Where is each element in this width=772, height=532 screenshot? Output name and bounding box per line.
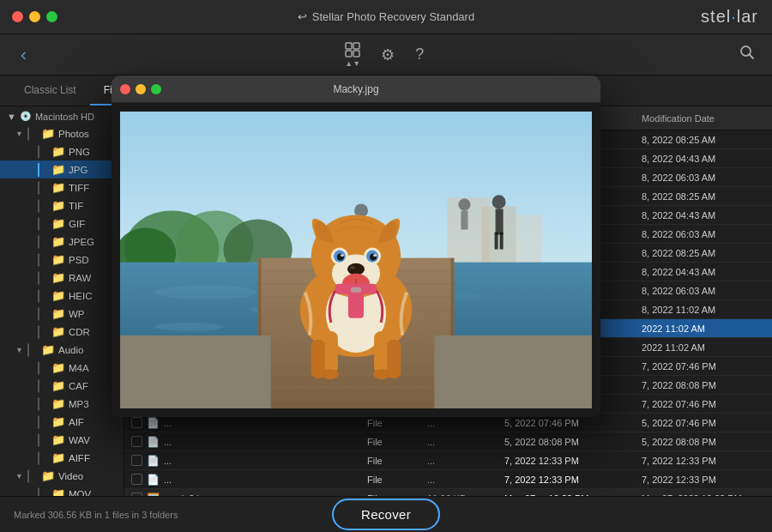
sidebar-item-label: Audio [58, 345, 83, 355]
sidebar-item-mp3[interactable]: 📁 MP3 [0, 395, 124, 413]
tif-checkbox[interactable] [38, 199, 39, 213]
recover-button[interactable]: Recover [332, 499, 440, 530]
psd-checkbox[interactable] [38, 253, 39, 267]
preview-title: Macky.jpg [333, 83, 378, 95]
sidebar-item-png[interactable]: 📁 PNG [0, 142, 124, 160]
status-text: Marked 306.56 KB in 1 files in 3 folders [14, 510, 178, 520]
row-checkbox[interactable] [131, 474, 142, 485]
folder-icon: 📁 [51, 325, 65, 338]
sidebar-item-label: PSD [69, 255, 89, 265]
sidebar-item-heic[interactable]: 📁 HEIC [0, 287, 124, 305]
caf-checkbox[interactable] [38, 379, 39, 393]
photos-checkbox[interactable] [27, 127, 29, 141]
preview-window[interactable]: Macky.jpg [112, 76, 600, 417]
sidebar-item-label: WAV [69, 435, 90, 445]
cdr-checkbox[interactable] [38, 325, 39, 339]
svg-rect-20 [496, 209, 504, 234]
folder-icon: 📁 [51, 163, 65, 176]
row-checkbox[interactable] [131, 417, 142, 428]
jpeg-checkbox[interactable] [38, 235, 39, 249]
table-row[interactable]: 📄... File ... 7, 2022 12:33 PM 7, 2022 1… [124, 470, 772, 489]
sidebar-item-photos[interactable]: ▼ 📁 Photos [0, 124, 124, 142]
heic-checkbox[interactable] [38, 289, 39, 303]
sidebar-item-aiff[interactable]: 📁 AIFF [0, 449, 124, 467]
sidebar-item-tiff[interactable]: 📁 TIFF [0, 178, 124, 196]
back-arrow-icon: ↩ [298, 10, 307, 23]
svg-point-24 [154, 286, 257, 299]
row-checkbox[interactable] [131, 436, 142, 447]
sidebar-item-mov[interactable]: 📁 MOV [0, 485, 124, 496]
mov-checkbox[interactable] [38, 487, 39, 497]
chevron-down-icon: ▼ [7, 112, 16, 122]
mp3-checkbox[interactable] [38, 397, 39, 411]
sidebar-item-caf[interactable]: 📁 CAF [0, 377, 124, 395]
svg-point-55 [350, 266, 355, 269]
close-button[interactable] [12, 11, 23, 22]
sidebar-item-video[interactable]: ▼ 📁 Video [0, 467, 124, 485]
svg-rect-50 [311, 340, 325, 378]
sidebar: ▼ 💿 Macintosh HD ▼ 📁 Photos 📁 PNG 📁 JPG … [0, 106, 124, 496]
folder-icon: 📁 [51, 253, 65, 266]
view-grid-button[interactable]: ▲▼ [341, 39, 364, 71]
svg-point-17 [458, 198, 470, 210]
table-row-mask[interactable]: 🖼️mask.2.jpg File 11.06 KB May 07, ...12… [124, 489, 772, 496]
wav-checkbox[interactable] [38, 433, 39, 447]
sidebar-item-audio[interactable]: ▼ 📁 Audio [0, 341, 124, 359]
sidebar-item-psd[interactable]: 📁 PSD [0, 251, 124, 269]
m4a-checkbox[interactable] [38, 361, 39, 375]
sidebar-item-label: TIF [69, 201, 83, 211]
sidebar-item-cdr[interactable]: 📁 CDR [0, 323, 124, 341]
folder-icon: 📁 [51, 271, 65, 284]
search-button[interactable] [736, 41, 758, 68]
sidebar-item-wav[interactable]: 📁 WAV [0, 431, 124, 449]
table-row[interactable]: 📄... File ... 5, 2022 08:08 PM 5, 2022 0… [124, 432, 772, 451]
table-row[interactable]: 📄... File ... 7, 2022 12:33 PM 7, 2022 1… [124, 451, 772, 470]
stellar-logo: stel·lar [701, 7, 758, 27]
svg-rect-0 [346, 43, 352, 49]
sidebar-item-label: JPG [69, 165, 87, 175]
sidebar-item-gif[interactable]: 📁 GIF [0, 215, 124, 233]
preview-close-button[interactable] [120, 84, 130, 94]
tiff-checkbox[interactable] [38, 181, 39, 195]
help-icon[interactable]: ? [412, 42, 427, 67]
back-button[interactable]: ‹ [14, 41, 33, 68]
aiff-checkbox[interactable] [38, 451, 39, 465]
tab-classic[interactable]: Classic List [10, 76, 90, 106]
sidebar-item-label: Photos [58, 129, 89, 139]
video-checkbox[interactable] [27, 469, 29, 483]
png-checkbox[interactable] [38, 145, 39, 159]
minimize-button[interactable] [29, 11, 40, 22]
jpg-checkbox[interactable] [38, 163, 39, 177]
traffic-lights [12, 11, 57, 22]
row-checkbox[interactable] [131, 455, 142, 466]
sidebar-item-raw[interactable]: 📁 RAW [0, 269, 124, 287]
folder-icon: 📁 [51, 433, 65, 446]
preview-maximize-button[interactable] [151, 84, 161, 94]
gif-checkbox[interactable] [38, 217, 39, 231]
sidebar-item-label: WP [69, 309, 85, 319]
settings-icon[interactable]: ⚙ [377, 42, 398, 68]
sidebar-item-tif[interactable]: 📁 TIF [0, 196, 124, 215]
sidebar-item-label: M4A [69, 363, 89, 373]
sidebar-root: ▼ 💿 Macintosh HD [0, 106, 124, 124]
chevron-icon: ▼ [15, 346, 27, 354]
sidebar-item-jpeg[interactable]: 📁 JPEG [0, 233, 124, 251]
audio-checkbox[interactable] [27, 343, 29, 357]
svg-rect-42 [434, 336, 592, 408]
preview-minimize-button[interactable] [136, 84, 146, 94]
maximize-button[interactable] [46, 11, 57, 22]
preview-titlebar: Macky.jpg [112, 76, 600, 103]
raw-checkbox[interactable] [38, 271, 39, 285]
sidebar-item-label: CAF [69, 381, 88, 391]
svg-point-26 [154, 323, 223, 331]
sidebar-item-label: CDR [69, 327, 90, 337]
preview-image-area [112, 103, 600, 417]
wp-checkbox[interactable] [38, 307, 39, 321]
sidebar-item-wp[interactable]: 📁 WP [0, 305, 124, 323]
aif-checkbox[interactable] [38, 415, 39, 429]
sidebar-root-label: Macintosh HD [35, 112, 94, 122]
sidebar-item-aif[interactable]: 📁 AIF [0, 413, 124, 431]
column-header-modification[interactable]: Modification Date [635, 113, 772, 124]
sidebar-item-jpg[interactable]: 📁 JPG [0, 160, 124, 178]
sidebar-item-m4a[interactable]: 📁 M4A [0, 359, 124, 377]
